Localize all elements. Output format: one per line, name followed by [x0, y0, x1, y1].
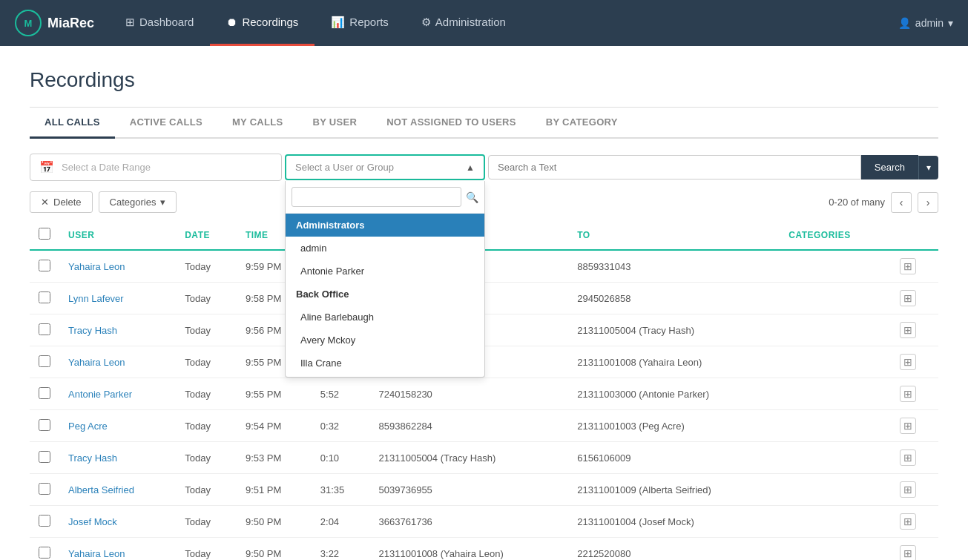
- row-user[interactable]: Yahaira Leon: [59, 346, 176, 378]
- row-categories: [780, 506, 891, 538]
- row-to: 8859331043: [568, 250, 780, 283]
- row-expand-button[interactable]: ⊞: [900, 290, 916, 306]
- row-categories: [780, 410, 891, 442]
- row-expand-button[interactable]: ⊞: [900, 386, 916, 402]
- row-checkbox[interactable]: [39, 419, 50, 431]
- row-expand-cell: ⊞: [891, 474, 938, 506]
- col-categories: CATEGORIES: [780, 220, 891, 250]
- row-expand-button[interactable]: ⊞: [900, 322, 916, 338]
- row-checkbox[interactable]: [39, 323, 50, 335]
- tab-by-user[interactable]: BY USER: [298, 108, 372, 139]
- row-categories: [780, 378, 891, 410]
- row-checkbox[interactable]: [39, 260, 50, 271]
- dropdown-item-illa-crane[interactable]: Illa Crane: [286, 352, 484, 375]
- row-user[interactable]: Tracy Hash: [59, 442, 176, 474]
- dropdown-search-icon: 🔍: [466, 191, 478, 203]
- table-row: Tracy Hash Today 9:53 PM 0:10 2131100500…: [30, 442, 938, 474]
- prev-page-button[interactable]: ‹: [891, 192, 912, 213]
- date-range-filter[interactable]: 📅 Select a Date Range: [30, 154, 282, 181]
- nav-item-recordings[interactable]: ⏺ Recordings: [210, 0, 315, 46]
- user-dropdown-icon: ▾: [948, 17, 953, 29]
- dropdown-item-avery-mckoy[interactable]: Avery Mckoy: [286, 329, 484, 352]
- row-time: 9:55 PM: [237, 378, 312, 410]
- row-categories: [780, 346, 891, 378]
- search-input[interactable]: [498, 162, 852, 173]
- row-checkbox[interactable]: [39, 355, 50, 367]
- row-expand-button[interactable]: ⊞: [900, 449, 916, 466]
- next-page-button[interactable]: ›: [918, 192, 938, 213]
- search-dropdown-button[interactable]: ▾: [918, 156, 938, 179]
- row-expand-button[interactable]: ⊞: [900, 418, 916, 434]
- row-expand-button[interactable]: ⊞: [900, 513, 916, 530]
- user-menu[interactable]: 👤 admin ▾: [898, 17, 953, 29]
- row-user[interactable]: Alberta Seifried: [59, 474, 176, 506]
- dropdown-item-admin[interactable]: admin: [286, 237, 484, 260]
- row-expand-button[interactable]: ⊞: [900, 258, 916, 274]
- row-user[interactable]: Lynn Lafever: [59, 283, 176, 314]
- row-checkbox[interactable]: [39, 515, 50, 527]
- filters-row: 📅 Select a Date Range Select a User or G…: [30, 154, 938, 181]
- row-checkbox[interactable]: [39, 451, 50, 463]
- row-from: 8593862284: [370, 410, 569, 442]
- tab-not-assigned[interactable]: NOT ASSIGNED TO USERS: [372, 108, 531, 139]
- row-expand-cell: ⊞: [891, 506, 938, 538]
- row-date: Today: [176, 410, 237, 442]
- row-to: 2945026858: [568, 283, 780, 314]
- dashboard-icon: ⊞: [125, 16, 135, 29]
- row-expand-button[interactable]: ⊞: [900, 545, 916, 560]
- reports-icon: 📊: [331, 16, 345, 29]
- dropdown-item-lynn-lafever[interactable]: Lynn Lafever: [286, 375, 484, 377]
- brand[interactable]: M MiaRec: [15, 10, 94, 36]
- row-user[interactable]: Yahaira Leon: [59, 538, 176, 561]
- row-checkbox[interactable]: [39, 483, 50, 495]
- row-checkbox-cell: [30, 314, 59, 346]
- table-row: Peg Acre Today 9:54 PM 0:32 8593862284 2…: [30, 410, 938, 442]
- dropdown-item-aline-barlebaugh[interactable]: Aline Barlebaugh: [286, 306, 484, 329]
- row-categories: [780, 474, 891, 506]
- row-date: Today: [176, 506, 237, 538]
- row-expand-button[interactable]: ⊞: [900, 481, 916, 498]
- row-to: 21311005004 (Tracy Hash): [568, 314, 780, 346]
- dropdown-group-administrators[interactable]: Administrators: [286, 214, 484, 237]
- row-expand-cell: ⊞: [891, 538, 938, 561]
- delete-button[interactable]: ✕ Delete: [30, 191, 93, 213]
- categories-button[interactable]: Categories ▾: [99, 191, 177, 213]
- select-all-checkbox[interactable]: [39, 228, 50, 240]
- tabs-container: ALL CALLS ACTIVE CALLS MY CALLS BY USER …: [30, 108, 938, 139]
- tab-by-category[interactable]: BY CATEGORY: [531, 108, 633, 139]
- row-checkbox-cell: [30, 346, 59, 378]
- row-categories: [780, 283, 891, 314]
- row-to: 21311001008 (Yahaira Leon): [568, 346, 780, 378]
- row-expand-button[interactable]: ⊞: [900, 354, 916, 370]
- table-row: Antonie Parker Today 9:55 PM 5:52 724015…: [30, 378, 938, 410]
- dropdown-item-antonie-parker[interactable]: Antonie Parker: [286, 260, 484, 283]
- row-checkbox[interactable]: [39, 387, 50, 399]
- row-checkbox-cell: [30, 506, 59, 538]
- nav-item-reports[interactable]: 📊 Reports: [315, 0, 405, 46]
- row-user[interactable]: Antonie Parker: [59, 378, 176, 410]
- brand-name: MiaRec: [47, 16, 94, 31]
- calendar-icon: 📅: [39, 160, 54, 174]
- tab-active-calls[interactable]: ACTIVE CALLS: [115, 108, 217, 139]
- dropdown-search-input[interactable]: [292, 187, 461, 207]
- table-row: Yahaira Leon Today 9:50 PM 3:22 21311001…: [30, 538, 938, 561]
- row-checkbox[interactable]: [39, 547, 50, 559]
- row-expand-cell: ⊞: [891, 346, 938, 378]
- categories-dropdown-icon: ▾: [160, 197, 165, 208]
- tab-my-calls[interactable]: MY CALLS: [217, 108, 298, 139]
- dropdown-group-back-office[interactable]: Back Office: [286, 283, 484, 306]
- user-group-filter[interactable]: Select a User or Group ▲: [285, 154, 485, 180]
- row-user[interactable]: Peg Acre: [59, 410, 176, 442]
- row-from: 21311001008 (Yahaira Leon): [370, 538, 569, 561]
- nav-item-dashboard[interactable]: ⊞ Dashboard: [109, 0, 210, 46]
- delete-icon: ✕: [41, 197, 49, 208]
- row-user[interactable]: Josef Mock: [59, 506, 176, 538]
- nav-item-administration[interactable]: ⚙ Administration: [405, 0, 522, 46]
- search-button[interactable]: Search: [861, 155, 918, 179]
- row-expand-cell: ⊞: [891, 250, 938, 283]
- row-checkbox[interactable]: [39, 291, 50, 303]
- row-user[interactable]: Tracy Hash: [59, 314, 176, 346]
- tab-all-calls[interactable]: ALL CALLS: [30, 108, 115, 139]
- row-user[interactable]: Yahaira Leon: [59, 250, 176, 283]
- row-to: 6156106009: [568, 442, 780, 474]
